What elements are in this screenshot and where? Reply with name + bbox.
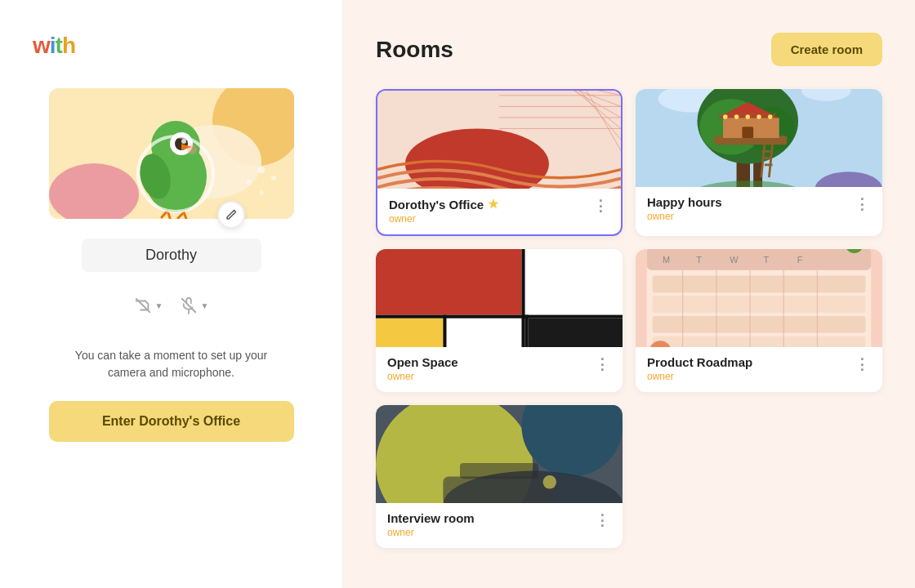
mic-chevron: ▼ [201,301,209,310]
room-info-product-roadmap: Product Roadmap owner ⋮ [636,347,882,392]
svg-point-61 [757,114,761,118]
svg-point-19 [187,145,197,154]
svg-rect-84 [653,296,866,313]
svg-point-4 [258,167,265,173]
svg-rect-71 [376,315,623,318]
camera-chevron: ▼ [155,301,163,310]
room-role-os: owner [387,371,458,382]
avatar-container [49,88,294,219]
room-name-ir: Interview room [387,511,475,525]
room-role-hh: owner [647,211,722,222]
room-name-label: Dorothy's Office ★ [389,197,498,212]
room-role-ir: owner [387,527,475,538]
svg-rect-69 [446,318,524,347]
room-name-area-os: Open Space owner [387,355,458,382]
logo-w: w [33,33,50,58]
svg-rect-74 [525,315,529,347]
svg-rect-73 [443,315,446,347]
svg-point-102 [543,475,556,488]
room-name-os: Open Space [387,355,458,369]
room-name-area-hh: Happy hours owner [647,195,722,222]
username-input[interactable] [98,247,245,264]
room-card-product-roadmap[interactable]: M T W T F [636,249,882,392]
room-name-hh: Happy hours [647,195,722,209]
svg-rect-85 [653,316,866,333]
room-name-area-pr: Product Roadmap owner [647,355,752,382]
app-logo: with [33,33,75,59]
room-thumbnail-open-space [376,249,623,347]
svg-point-12 [181,139,186,144]
svg-text:T: T [763,255,769,265]
mic-control[interactable]: ▼ [180,296,209,314]
room-more-button-interview-room[interactable]: ⋮ [593,513,611,528]
left-panel: with [0,0,343,588]
rooms-header: Rooms Create room [376,33,882,66]
room-info-happy-hours: Happy hours owner ⋮ [636,187,882,232]
svg-rect-86 [653,336,866,347]
room-more-button-open-space[interactable]: ⋮ [593,357,611,372]
svg-text:T: T [696,255,702,265]
room-more-button-product-roadmap[interactable]: ⋮ [853,357,871,372]
svg-rect-68 [376,318,443,347]
room-card-interview-room[interactable]: Interview room owner ⋮ [376,405,623,548]
svg-text:M: M [663,255,670,265]
room-name-area: Dorothy's Office ★ owner [389,197,498,225]
room-info-dorothys-office: Dorothy's Office ★ owner ⋮ [377,189,621,234]
room-info-interview-room: Interview room owner ⋮ [376,503,623,548]
mic-off-icon [180,296,198,314]
room-more-button-dorothys-office[interactable]: ⋮ [591,198,609,213]
logo-i: i [50,33,56,58]
room-more-button-happy-hours[interactable]: ⋮ [853,197,871,212]
svg-rect-83 [653,276,866,293]
svg-point-62 [768,114,772,118]
room-role-label: owner [389,213,498,225]
svg-point-6 [271,176,276,180]
room-thumbnail-happy-hours [636,89,882,187]
svg-point-58 [723,114,727,118]
pencil-icon [225,208,238,221]
rooms-title: Rooms [376,37,453,63]
name-input-wrapper [82,238,261,272]
edit-avatar-button[interactable] [217,201,245,229]
room-thumbnail-product-roadmap: M T W T F [636,249,882,347]
enter-office-button[interactable]: Enter Dorothy's Office [49,401,294,442]
setup-text: You can take a moment to set up your cam… [65,347,278,381]
svg-point-7 [259,191,263,195]
create-room-button[interactable]: Create room [771,33,882,66]
room-name-area-ir: Interview room owner [387,511,475,538]
device-controls: ▼ ▼ [134,296,209,314]
svg-rect-70 [529,318,623,347]
room-name-pr: Product Roadmap [647,355,752,369]
room-card-happy-hours[interactable]: Happy hours owner ⋮ [636,89,882,236]
svg-rect-101 [460,463,538,479]
logo-h: h [62,33,75,58]
svg-point-60 [746,114,750,118]
svg-rect-77 [647,249,872,270]
room-thumbnail-dorothys-office [377,91,621,189]
room-card-open-space[interactable]: Open Space owner ⋮ [376,249,623,392]
rooms-grid: Dorothy's Office ★ owner ⋮ [376,89,882,548]
svg-point-5 [247,180,252,185]
camera-off-icon [134,296,152,314]
svg-rect-52 [742,127,753,138]
room-card-dorothys-office[interactable]: Dorothy's Office ★ owner ⋮ [376,89,623,236]
svg-rect-100 [443,476,555,503]
svg-text:F: F [797,255,803,265]
svg-rect-67 [525,249,623,315]
svg-rect-72 [521,249,524,347]
room-info-open-space: Open Space owner ⋮ [376,347,623,392]
avatar-background [49,88,294,219]
avatar-illustration [49,88,294,219]
svg-text:W: W [730,255,739,265]
right-panel: Rooms Create room [343,0,915,588]
logo-t: t [56,33,62,58]
camera-control[interactable]: ▼ [134,296,163,314]
room-role-pr: owner [647,371,752,382]
svg-point-59 [734,114,739,118]
room-thumbnail-interview-room [376,405,623,503]
star-icon: ★ [488,197,498,212]
svg-rect-66 [376,249,521,315]
